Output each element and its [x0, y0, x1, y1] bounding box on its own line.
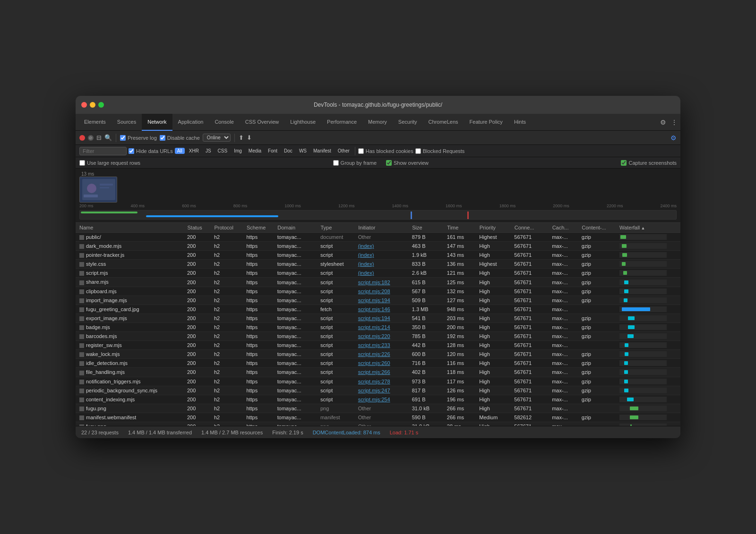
table-row[interactable]: share.mjs 200 h2 https tomayac... script…	[76, 278, 680, 287]
initiator-link[interactable]: script.mjs:254	[358, 397, 390, 402]
cell-initiator[interactable]: script.mjs:247	[354, 386, 408, 395]
large-rows-checkbox[interactable]	[79, 160, 85, 166]
filter-ws[interactable]: WS	[297, 148, 309, 154]
table-row[interactable]: content_indexing.mjs 200 h2 https tomaya…	[76, 395, 680, 404]
tab-elements[interactable]: Elements	[78, 114, 112, 131]
throttle-dropdown[interactable]: Online	[203, 134, 231, 142]
cell-initiator[interactable]: script.mjs:233	[354, 341, 408, 350]
show-overview-option[interactable]: Show overview	[386, 160, 429, 166]
cell-initiator[interactable]: script.mjs:226	[354, 350, 408, 359]
cell-name[interactable]: periodic_background_sync.mjs	[76, 386, 183, 395]
cell-name[interactable]: barcodes.mjs	[76, 332, 183, 341]
table-row[interactable]: idle_detection.mjs 200 h2 https tomayac.…	[76, 359, 680, 368]
cell-initiator[interactable]: script.mjs:260	[354, 359, 408, 368]
initiator-link[interactable]: script.mjs:233	[358, 342, 390, 348]
clear-button[interactable]: ⊘	[88, 135, 94, 141]
col-header-size[interactable]: Size	[408, 223, 443, 233]
screenshot-thumbnail[interactable]	[79, 177, 117, 203]
cell-initiator[interactable]: Other	[354, 422, 408, 426]
tab-hints[interactable]: Hints	[508, 114, 532, 131]
cell-name[interactable]: public/	[76, 233, 183, 242]
table-row[interactable]: periodic_background_sync.mjs 200 h2 http…	[76, 386, 680, 395]
hide-data-urls-checkbox[interactable]	[129, 148, 134, 154]
show-overview-checkbox[interactable]	[386, 160, 392, 166]
cell-name[interactable]: idle_detection.mjs	[76, 359, 183, 368]
has-blocked-cookies-label[interactable]: Has blocked cookies	[358, 148, 413, 154]
minimize-button[interactable]	[90, 102, 95, 108]
cell-name[interactable]: dark_mode.mjs	[76, 242, 183, 251]
capture-screenshots-option[interactable]: Capture screenshots	[621, 160, 677, 166]
col-header-name[interactable]: Name	[76, 223, 183, 233]
initiator-link[interactable]: script.mjs:226	[358, 351, 390, 357]
table-row[interactable]: barcodes.mjs 200 h2 https tomayac... scr…	[76, 332, 680, 341]
cell-name[interactable]: file_handling.mjs	[76, 368, 183, 377]
col-header-protocol[interactable]: Protocol	[210, 223, 242, 233]
table-row[interactable]: style.css 200 h2 https tomayac... styles…	[76, 260, 680, 269]
cell-name[interactable]: fugu.png	[76, 404, 183, 413]
table-row[interactable]: clipboard.mjs 200 h2 https tomayac... sc…	[76, 287, 680, 296]
cell-initiator[interactable]: script.mjs:254	[354, 395, 408, 404]
filter-all[interactable]: All	[175, 148, 185, 154]
filter-icon[interactable]: ⊟	[96, 134, 102, 141]
network-table-container[interactable]: Name Status Protocol Scheme Domain Type …	[76, 223, 680, 426]
initiator-link[interactable]: script.mjs:220	[358, 333, 390, 339]
cell-name[interactable]: export_image.mjs	[76, 314, 183, 322]
tab-sources[interactable]: Sources	[112, 114, 142, 131]
initiator-link[interactable]: script.mjs:260	[358, 360, 390, 366]
table-row[interactable]: dark_mode.mjs 200 h2 https tomayac... sc…	[76, 242, 680, 251]
initiator-link[interactable]: script.mjs:278	[358, 379, 390, 384]
disable-cache-label[interactable]: Disable cache	[160, 135, 200, 141]
table-row[interactable]: fugu.png 200 h2 https tomayac... png Oth…	[76, 404, 680, 413]
cell-initiator[interactable]: (index)	[354, 269, 408, 278]
cell-initiator[interactable]: script.mjs:146	[354, 305, 408, 314]
initiator-link[interactable]: (index)	[358, 261, 374, 267]
timeline-bar[interactable]	[79, 210, 677, 220]
cell-initiator[interactable]: script.mjs:208	[354, 287, 408, 296]
table-row[interactable]: fugu.png 200 h2 https tomayac... png Oth…	[76, 422, 680, 426]
cell-name[interactable]: register_sw.mjs	[76, 341, 183, 350]
settings-network-icon[interactable]: ⚙	[670, 134, 677, 142]
filter-media[interactable]: Media	[246, 148, 264, 154]
capture-screenshots-checkbox[interactable]	[621, 160, 627, 166]
preserve-log-checkbox[interactable]	[120, 135, 126, 141]
table-row[interactable]: register_sw.mjs 200 h2 https tomayac... …	[76, 341, 680, 350]
cell-name[interactable]: share.mjs	[76, 278, 183, 287]
filter-other[interactable]: Other	[335, 148, 352, 154]
cell-name[interactable]: fugu_greeting_card.jpg	[76, 305, 183, 314]
tab-chromelens[interactable]: ChromeLens	[423, 114, 464, 131]
cell-initiator[interactable]: (index)	[354, 260, 408, 269]
cell-name[interactable]: wake_lock.mjs	[76, 350, 183, 359]
table-row[interactable]: script.mjs 200 h2 https tomayac... scrip…	[76, 269, 680, 278]
export-icon[interactable]: ⬇	[247, 134, 252, 141]
filter-css[interactable]: CSS	[215, 148, 230, 154]
tab-css-overview[interactable]: CSS Overview	[240, 114, 285, 131]
table-row[interactable]: notification_triggers.mjs 200 h2 https t…	[76, 377, 680, 386]
initiator-link[interactable]: script.mjs:247	[358, 388, 390, 393]
cell-name[interactable]: import_image.mjs	[76, 296, 183, 305]
col-header-type[interactable]: Type	[317, 223, 354, 233]
initiator-link[interactable]: (index)	[358, 252, 374, 258]
table-row[interactable]: file_handling.mjs 200 h2 https tomayac..…	[76, 368, 680, 377]
initiator-link[interactable]: script.mjs:146	[358, 306, 390, 312]
cell-name[interactable]: fugu.png	[76, 422, 183, 426]
group-frame-option[interactable]: Group by frame	[333, 160, 377, 166]
cell-initiator[interactable]: script.mjs:182	[354, 278, 408, 287]
search-icon[interactable]: 🔍	[104, 134, 112, 141]
hide-data-urls-label[interactable]: Hide data URLs	[129, 148, 173, 154]
tab-feature-policy[interactable]: Feature Policy	[464, 114, 508, 131]
tab-network[interactable]: Network	[142, 114, 172, 131]
cell-initiator[interactable]: script.mjs:194	[354, 296, 408, 305]
initiator-link[interactable]: script.mjs:208	[358, 288, 390, 294]
more-icon[interactable]: ⋮	[671, 119, 678, 126]
tab-lighthouse[interactable]: Lighthouse	[284, 114, 321, 131]
table-row[interactable]: import_image.mjs 200 h2 https tomayac...…	[76, 296, 680, 305]
filter-font[interactable]: Font	[266, 148, 280, 154]
col-header-connection[interactable]: Conne...	[510, 223, 548, 233]
table-row[interactable]: wake_lock.mjs 200 h2 https tomayac... sc…	[76, 350, 680, 359]
table-row[interactable]: export_image.mjs 200 h2 https tomayac...…	[76, 314, 680, 322]
initiator-link[interactable]: script.mjs:194	[358, 315, 390, 321]
settings-icon[interactable]: ⚙	[660, 119, 666, 126]
cell-initiator[interactable]: Other	[354, 233, 408, 242]
filter-manifest[interactable]: Manifest	[311, 148, 334, 154]
cell-initiator[interactable]: script.mjs:220	[354, 332, 408, 341]
